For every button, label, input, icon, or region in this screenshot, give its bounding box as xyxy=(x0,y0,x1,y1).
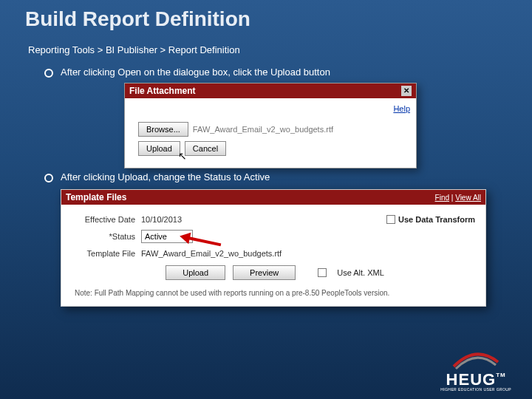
use-data-transform-checkbox[interactable] xyxy=(386,215,395,224)
template-files-panel: Template Files Find | View All Effective… xyxy=(61,189,486,307)
view-all-link[interactable]: View All xyxy=(455,194,481,202)
file-attachment-dialog: File Attachment ✕ Help Browse... FAW_Awa… xyxy=(124,83,417,168)
use-alt-xml-label: Use Alt. XML xyxy=(337,268,384,277)
find-link[interactable]: Find xyxy=(435,194,449,202)
breadcrumb: Reporting Tools > BI Publisher > Report … xyxy=(28,44,240,55)
panel-upload-button[interactable]: Upload xyxy=(166,265,225,280)
logo-tm: TM xyxy=(496,372,506,378)
help-link[interactable]: Help xyxy=(393,104,410,113)
panel-header-links: Find | View All xyxy=(435,194,481,202)
panel-header: Template Files Find | View All xyxy=(61,190,485,205)
status-label: *Status xyxy=(75,232,141,241)
effective-date-value: 10/10/2013 xyxy=(141,215,182,224)
template-file-label: Template File xyxy=(75,249,141,258)
logo-subtext: HIGHER EDUCATION USER GROUP xyxy=(440,387,511,392)
dialog-body: Browse... FAW_Award_Email_v2_wo_budgets.… xyxy=(125,115,416,168)
dialog-title: File Attachment xyxy=(129,86,196,96)
cursor-icon: ↖ xyxy=(178,150,187,162)
use-alt-xml-checkbox[interactable] xyxy=(318,268,327,277)
upload-button[interactable]: Upload xyxy=(138,141,180,156)
template-file-value: FAW_Award_Email_v2_wo_budgets.rtf xyxy=(141,249,282,258)
slide: Build Report Definition Reporting Tools … xyxy=(0,0,532,399)
browse-button[interactable]: Browse... xyxy=(138,122,188,137)
use-data-transform-label: Use Data Transform xyxy=(398,215,475,224)
logo-swish-icon xyxy=(450,349,502,371)
note-text: Note: Full Path Mapping cannot be used w… xyxy=(75,289,475,297)
logo-text: HEUGTM xyxy=(440,372,511,387)
bullet-item-1: After clicking Open on the dialogue box,… xyxy=(44,66,488,78)
dialog-header: File Attachment ✕ xyxy=(125,83,416,98)
page-title: Build Report Definition xyxy=(25,7,250,31)
panel-title: Template Files xyxy=(66,192,126,202)
status-select[interactable]: Active xyxy=(141,230,193,243)
heug-logo: HEUGTM HIGHER EDUCATION USER GROUP xyxy=(440,349,511,392)
cancel-button[interactable]: Cancel xyxy=(185,141,226,156)
close-icon[interactable]: ✕ xyxy=(401,86,412,96)
help-row: Help xyxy=(125,98,416,115)
bullet-item-2: After clicking Upload, change the Status… xyxy=(44,171,488,183)
effective-date-label: Effective Date xyxy=(75,215,141,224)
preview-button[interactable]: Preview xyxy=(233,265,296,280)
bullet-list-2: After clicking Upload, change the Status… xyxy=(44,171,488,190)
selected-filename: FAW_Award_Email_v2_wo_budgets.rtf xyxy=(193,125,333,134)
panel-body: Effective Date 10/10/2013 Use Data Trans… xyxy=(61,205,485,306)
